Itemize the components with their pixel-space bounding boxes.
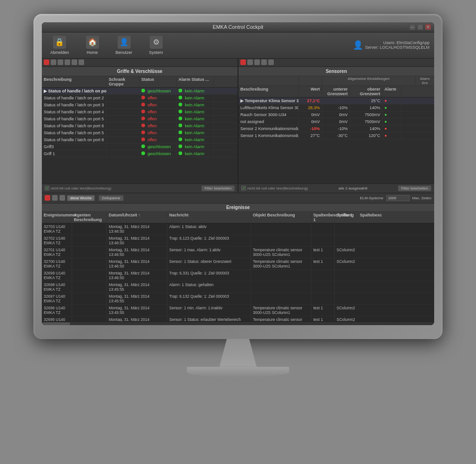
close-button[interactable]: ✕ bbox=[425, 24, 431, 30]
td-agent bbox=[72, 258, 107, 269]
elm-input[interactable] bbox=[386, 195, 410, 201]
status-dot-red bbox=[141, 96, 145, 99]
sensoren-icon-2[interactable] bbox=[254, 59, 260, 65]
td-date: Montag, 31. März 2014 13:45:55 bbox=[107, 293, 167, 304]
horizontal-scrollbar[interactable] bbox=[42, 321, 434, 325]
table-row[interactable]: Sensor 2 Kommunikationsmodul -10% -10% 1… bbox=[238, 125, 434, 132]
griffe-icon-3[interactable] bbox=[65, 59, 70, 65]
th-og: oberer Grenzwert bbox=[350, 86, 383, 97]
table-row[interactable]: Status of handle / latch on port 3 offen bbox=[42, 102, 238, 109]
td-sp2: SColumn2 bbox=[335, 247, 358, 258]
griffe-icon-4[interactable] bbox=[72, 59, 77, 65]
sensoren-filter-btn[interactable]: Filter bearbeiten bbox=[398, 185, 431, 191]
td-beschreibung: Rauch Sensor 3000-U34 bbox=[238, 111, 299, 118]
sensoren-sub-headers: Allgemeine Einstellungen Alarm Ere bbox=[238, 76, 434, 86]
td-status: geschlossen bbox=[139, 150, 177, 157]
griffe-icon-5[interactable] bbox=[79, 59, 84, 65]
events-row[interactable]: 32699 U140 EMKA TZ Montag, 31. März 2014… bbox=[42, 270, 434, 281]
table-row[interactable]: Griff 1 geschlossen kein A bbox=[42, 150, 238, 157]
th-gruppe: Schrank Gruppe bbox=[107, 76, 139, 87]
griffe-icon-1[interactable] bbox=[51, 59, 56, 65]
alarm-dot bbox=[178, 103, 182, 106]
events-row[interactable]: 32701 U140 EMKA TZ Montag, 31. März 2014… bbox=[42, 247, 434, 258]
table-row[interactable]: Status of handle / latch on port 2 offen bbox=[42, 95, 238, 102]
ereignisse-icon-1[interactable] bbox=[52, 195, 58, 201]
tab-span[interactable]: Zeitspanne bbox=[99, 195, 124, 201]
td-alarm: ● bbox=[383, 98, 401, 104]
tab-week[interactable]: diese Woche bbox=[67, 195, 95, 201]
griffe-filter-btn[interactable]: Filter bearbeiten bbox=[201, 185, 235, 191]
main-toolbar: 🔒 Abmelden 🏠 Home 👤 Benutzer ⚙ System bbox=[42, 33, 434, 59]
td-obj: Temperature climatic sensor 3000-U2S SCo… bbox=[251, 305, 311, 316]
events-row[interactable]: 32702 U140 EMKA TZ Montag, 31. März 2014… bbox=[42, 235, 434, 247]
td-wert: -10% bbox=[299, 125, 322, 132]
griffe-checkbox[interactable]: ✓ bbox=[45, 186, 49, 190]
th-beschreibung: Beschreibung bbox=[238, 86, 299, 97]
alarm-dot bbox=[178, 124, 182, 127]
td-beschreibung: Sensor 1 Kommunikationsmodul bbox=[238, 132, 299, 139]
table-row[interactable]: ▶ Temperatur Klima Sensor 3000-U2S 27,1°… bbox=[238, 98, 434, 105]
sensoren-icon-red[interactable] bbox=[240, 59, 246, 65]
home-label: Home bbox=[87, 50, 98, 55]
sensoren-panel: Sensoren Allgemeine Einstellungen Alarm … bbox=[238, 59, 434, 193]
toolbar-benutzer[interactable]: 👤 Benutzer bbox=[112, 34, 136, 57]
sensoren-icon-4[interactable] bbox=[268, 59, 274, 65]
monitor-base bbox=[187, 367, 289, 377]
td-sp2: SColumn2 bbox=[335, 305, 358, 316]
events-row[interactable]: 32703 U140 EMKA TZ Montag, 31. März 2014… bbox=[42, 223, 434, 235]
events-row[interactable]: 32697 U140 EMKA TZ Montag, 31. März 2014… bbox=[42, 293, 434, 305]
toolbar-home[interactable]: 🏠 Home bbox=[82, 34, 103, 57]
td-gruppe bbox=[107, 90, 139, 92]
maximize-button[interactable]: □ bbox=[417, 24, 423, 30]
ereignisse-icon-red[interactable] bbox=[45, 195, 50, 201]
griffe-icon-red[interactable] bbox=[44, 59, 49, 65]
events-row[interactable]: 32700 U140 EMKA TZ Montag, 31. März 2014… bbox=[42, 258, 434, 270]
griffe-table: Beschreibung Schrank Gruppe Status Alarm… bbox=[42, 76, 238, 183]
td-agent bbox=[72, 235, 107, 246]
td-evtnr: 32700 U140 EMKA TZ bbox=[42, 258, 72, 269]
table-row[interactable]: not assigned 0mV 0mV 7500mV ● bbox=[238, 118, 434, 125]
table-row[interactable]: ▶ Status of handle / latch on port 1 ges… bbox=[42, 88, 238, 95]
sensoren-table-body: ▶ Temperatur Klima Sensor 3000-U2S 27,1°… bbox=[238, 98, 434, 183]
table-row[interactable]: Luftfeuchtkeits Klima Sensor 3000... 28,… bbox=[238, 105, 434, 111]
table-row[interactable]: Status of handle / latch on port 4 offen bbox=[42, 109, 238, 116]
scrollbar-thumb[interactable] bbox=[42, 322, 70, 325]
td-msg: Sensor: 1 Status: erlaubter Wertebereich bbox=[167, 316, 251, 321]
alarm-dot bbox=[178, 131, 182, 134]
sensoren-icon-1[interactable] bbox=[247, 59, 253, 65]
th-sp3: Spaltebesc bbox=[358, 212, 381, 223]
ereignisse-icon-2[interactable] bbox=[60, 195, 65, 201]
table-row[interactable]: Status of handle / latch on port 5 offen bbox=[42, 116, 238, 123]
table-row[interactable]: Griff3 geschlossen kein Al bbox=[42, 144, 238, 150]
td-sp3 bbox=[358, 293, 381, 304]
td-status: offen bbox=[139, 95, 177, 101]
td-date: Montag, 31. März 2014 13:46:50 bbox=[107, 270, 167, 281]
benutzer-icon: 👤 bbox=[118, 36, 131, 49]
table-row[interactable]: Status of handle / latch on port 8 offen bbox=[42, 137, 238, 144]
td-sp1 bbox=[311, 235, 335, 246]
sensoren-checkbox[interactable]: ✓ bbox=[241, 186, 246, 190]
table-row[interactable]: Status of handle / latch on port 5 offen bbox=[42, 130, 238, 137]
events-row[interactable]: 32696 U140 EMKA TZ Montag, 31. März 2014… bbox=[42, 305, 434, 316]
th-ereignisnummer: Ereignisnummer bbox=[42, 212, 72, 223]
td-sp3 bbox=[358, 258, 381, 269]
status-dot-green bbox=[141, 144, 145, 148]
sensoren-table-header: Beschreibung Wert unterer Grenzwert ober… bbox=[238, 86, 434, 98]
toolbar-abmelden[interactable]: 🔒 Abmelden bbox=[46, 34, 73, 57]
sensoren-icon-3[interactable] bbox=[261, 59, 267, 65]
sub-empty2 bbox=[299, 76, 322, 85]
td-beschreibung: Status of handle / latch on port 3 bbox=[42, 102, 107, 108]
td-alarm: ● bbox=[383, 118, 401, 125]
td-date: Montag, 31. März 2014 13:46:50 bbox=[107, 247, 167, 258]
th-objekt: Objekt Beschreibung bbox=[251, 212, 311, 223]
events-row[interactable]: 32698 U140 EMKA TZ Montag, 31. März 2014… bbox=[42, 281, 434, 293]
table-row[interactable]: Rauch Sensor 3000-U34 0mV 0mV 7500mV ● bbox=[238, 111, 434, 118]
td-msg: Trap: 6.331 Quelle: 1: Ziel 000003 bbox=[167, 270, 251, 281]
table-row[interactable]: Status of handle / latch on port 6 offen bbox=[42, 123, 238, 130]
minimize-button[interactable]: ─ bbox=[409, 24, 416, 30]
td-sp3 bbox=[358, 235, 381, 246]
toolbar-system[interactable]: ⚙ System bbox=[145, 34, 167, 57]
table-row[interactable]: Sensor 1 Kommunikationsmodul 27°C -30°C … bbox=[238, 132, 434, 139]
griffe-icon-2[interactable] bbox=[58, 59, 63, 65]
events-row[interactable]: 32695 U140 EMKA TZ Montag, 31. März 2014… bbox=[42, 316, 434, 321]
